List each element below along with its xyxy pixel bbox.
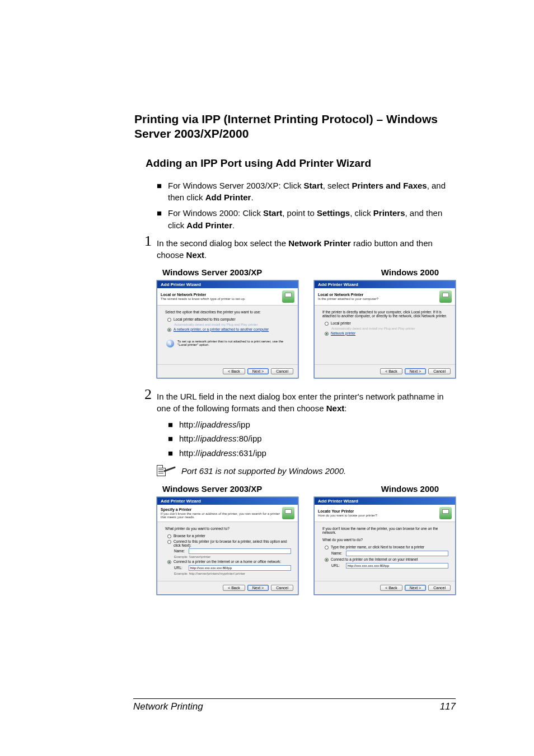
text-run: . xyxy=(251,192,253,202)
bullet-icon: ■ xyxy=(157,207,168,232)
field-label: URL: xyxy=(174,566,186,570)
radio-label: Connect to a printer on the Internet or … xyxy=(174,560,281,564)
url-input[interactable]: http://xxx.xxx.xxx.xxx:80/ipp xyxy=(189,565,291,571)
wizard-xp-step2: Add Printer Wizard Specify a Printer If … xyxy=(157,497,298,595)
info-icon: i xyxy=(166,340,174,348)
name-input[interactable] xyxy=(189,548,291,554)
text-run: :631/ipp xyxy=(237,448,266,458)
radio-icon xyxy=(167,318,171,322)
cancel-button[interactable]: Cancel xyxy=(428,585,451,591)
radio-icon xyxy=(167,560,171,564)
checkbox-autodetect: Automatically detect and install my Plug… xyxy=(174,323,291,326)
radio-browse[interactable]: Browse for a printer xyxy=(167,534,291,538)
text-run: :80/ipp xyxy=(237,434,262,443)
wizard-header: Specify a Printer xyxy=(161,508,282,511)
radio-network-printer[interactable]: A network printer, or a printer attached… xyxy=(167,327,291,332)
list-item: ■ For Windows 2000: Click Start, point t… xyxy=(157,207,456,232)
radio-connect-url[interactable]: Connect to a printer on the Internet or … xyxy=(325,557,448,562)
radio-label: Local printer attached to this computer xyxy=(174,317,236,321)
bullet-icon: ■ xyxy=(168,447,179,459)
text-run: Printers xyxy=(373,208,405,218)
field-label: Name: xyxy=(331,551,344,555)
radio-local-printer[interactable]: Local printer xyxy=(325,321,448,326)
wizard-header: Local or Network Printer xyxy=(318,293,378,297)
window-title: Add Printer Wizard xyxy=(157,497,298,505)
step-1: 1 In the second dialog box select the Ne… xyxy=(144,235,456,261)
printer-icon xyxy=(282,507,294,519)
list-item: ■ http://ipaddress:80/ipp xyxy=(168,433,456,445)
name-input[interactable] xyxy=(346,551,448,556)
bullet-text: For Windows 2000: Click Start, point to … xyxy=(168,207,456,232)
next-button[interactable]: Next > xyxy=(405,585,426,591)
text-run: Settings xyxy=(317,208,350,218)
back-button[interactable]: < Back xyxy=(223,368,245,374)
label-xp: Windows Server 2003/XP xyxy=(162,267,262,277)
url-field-row: URL: http://xxx.xxx.xxx.xxx:80/ipp xyxy=(174,565,291,571)
wizard-2000-step1: Add Printer Wizard Local or Network Prin… xyxy=(314,280,456,378)
name-field-row: Name: xyxy=(331,551,448,556)
radio-local-printer[interactable]: Local printer attached to this computer xyxy=(167,317,291,322)
wizard-subheader: How do you want to locate your printer? xyxy=(318,514,377,517)
back-button[interactable]: < Back xyxy=(223,585,245,591)
wizard-subheader: The wizard needs to know which type of p… xyxy=(161,297,245,300)
intro-bullet-list: ■ For Windows Server 2003/XP: Click Star… xyxy=(157,180,456,232)
text-run: ipaddress xyxy=(200,420,237,429)
cancel-button[interactable]: Cancel xyxy=(271,585,293,591)
wizard-header: Locate Your Printer xyxy=(318,509,377,513)
name-example: Example: \\server\printer xyxy=(174,555,291,558)
bullet-text: http://ipaddress:80/ipp xyxy=(179,433,456,445)
radio-label: Connect to this printer (or to browse fo… xyxy=(174,539,291,547)
text-run: Next xyxy=(326,403,345,413)
url-input[interactable]: http://xxx.xxx.xxx.xxx:80/ipp xyxy=(346,563,448,569)
radio-icon xyxy=(167,540,171,544)
text-run: Next xyxy=(186,250,205,260)
back-button[interactable]: < Back xyxy=(380,585,402,591)
next-button[interactable]: Next > xyxy=(405,368,426,374)
text-run: : xyxy=(344,403,346,413)
radio-label: Browse for a printer xyxy=(174,534,205,538)
field-label: URL: xyxy=(331,564,344,567)
back-button[interactable]: < Back xyxy=(380,368,402,374)
text-run: Start xyxy=(263,208,282,218)
printer-icon xyxy=(439,507,452,519)
radio-connect-named[interactable]: Connect to this printer (or to browse fo… xyxy=(167,539,291,547)
wizard-header: Local or Network Printer xyxy=(161,293,245,297)
checkbox-autodetect: Automatically detect and install my Plug… xyxy=(331,327,448,330)
text-run: /ipp xyxy=(237,420,250,429)
note-icon xyxy=(157,465,176,477)
wizard-lead-text: Select the option that describes the pri… xyxy=(165,310,291,314)
cancel-button[interactable]: Cancel xyxy=(428,368,451,374)
page-number: 117 xyxy=(440,701,456,712)
note-text: Port 631 is not supported by Windows 200… xyxy=(181,466,346,476)
text-run: Add Printer xyxy=(205,192,251,202)
section-heading: Adding an IPP Port using Add Printer Wiz… xyxy=(146,157,456,170)
text-run: For Windows 2000: Click xyxy=(168,208,263,218)
url-example: Example: http://server/printers/myprinte… xyxy=(174,572,291,575)
next-button[interactable]: Next > xyxy=(247,368,269,374)
radio-label: Network printer xyxy=(331,331,355,335)
bullet-icon: ■ xyxy=(168,433,179,445)
radio-network-printer[interactable]: Network printer xyxy=(325,331,448,336)
screenshot-labels: Windows Server 2003/XP Windows 2000 xyxy=(134,484,456,494)
radio-label: Connect to a printer on the Internet or … xyxy=(331,557,418,561)
text-run: http:// xyxy=(179,420,200,429)
text-run: Add Printer xyxy=(186,220,232,230)
field-label: Name: xyxy=(174,549,186,553)
cancel-button[interactable]: Cancel xyxy=(271,368,293,374)
label-2000: Windows 2000 xyxy=(381,484,439,494)
radio-type-name[interactable]: Type the printer name, or click Next to … xyxy=(325,545,448,550)
text-run: In the second dialog box select the xyxy=(157,238,288,248)
window-title: Add Printer Wizard xyxy=(315,281,455,288)
text-run: In the URL field in the next dialog box … xyxy=(157,392,444,413)
text-run: For Windows Server 2003/XP: Click xyxy=(168,181,304,190)
bullet-text: http://ipaddress:631/ipp xyxy=(179,447,456,459)
radio-connect-url[interactable]: Connect to a printer on the Internet or … xyxy=(167,560,291,564)
screenshot-labels: Windows Server 2003/XP Windows 2000 xyxy=(134,267,456,277)
page-heading: Printing via IPP (Internet Printing Prot… xyxy=(134,112,456,142)
list-item: ■ http://ipaddress:631/ipp xyxy=(168,447,456,459)
wizard-question: What do you want to do? xyxy=(322,538,448,542)
wizard-lead-text: What printer do you want to connect to? xyxy=(165,527,291,530)
step-2: 2 In the URL field in the next dialog bo… xyxy=(144,388,456,414)
next-button[interactable]: Next > xyxy=(247,585,269,591)
radio-label: Type the printer name, or click Next to … xyxy=(331,545,424,549)
